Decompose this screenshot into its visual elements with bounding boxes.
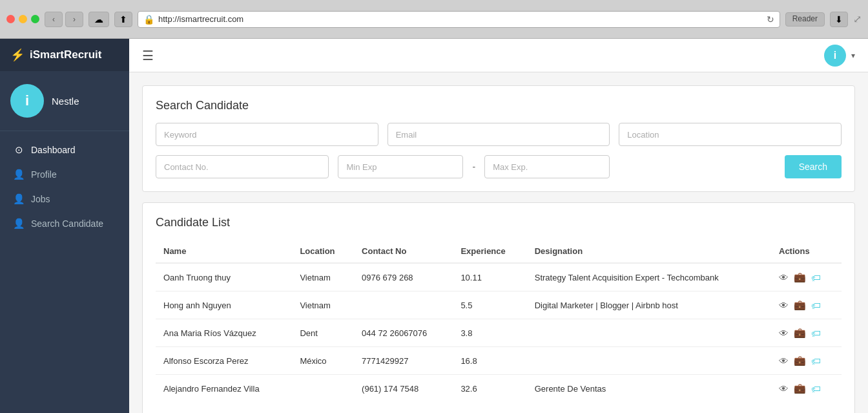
briefcase-icon[interactable]: 💼 <box>794 299 806 311</box>
cell-location: Vietnam <box>292 263 354 291</box>
location-input[interactable] <box>619 123 842 146</box>
close-button[interactable] <box>6 15 15 23</box>
candidate-table: Name Location Contact No Experience Desi… <box>156 240 842 402</box>
hamburger-icon[interactable]: ☰ <box>142 48 154 63</box>
cell-designation <box>527 347 771 375</box>
cell-experience: 32.6 <box>453 375 526 403</box>
maximize-button[interactable] <box>31 15 39 23</box>
cell-contact: (961) 174 7548 <box>354 375 453 403</box>
cell-actions: 👁 💼 🏷 <box>771 291 842 319</box>
cell-name: Hong anh Nguyen <box>156 291 292 319</box>
search-form: - Search <box>156 123 842 178</box>
sidebar-item-label: Search Candidate <box>31 218 103 229</box>
top-avatar: i <box>824 45 846 67</box>
app-logo-icon: ⚡ <box>10 48 25 62</box>
minimize-button[interactable] <box>19 15 27 23</box>
table-row: Oanh Truong thuy Vietnam 0976 679 268 10… <box>156 263 842 291</box>
cell-contact: 0976 679 268 <box>354 263 453 291</box>
cell-location: México <box>292 347 354 375</box>
sidebar-header: ⚡ iSmartRecruit <box>0 39 129 71</box>
action-icons: 👁 💼 🏷 <box>779 327 834 339</box>
briefcase-icon[interactable]: 💼 <box>794 383 806 394</box>
refresh-button[interactable]: ↻ <box>767 14 774 25</box>
search-row-2: - Search <box>156 155 842 178</box>
cell-actions: 👁 💼 🏷 <box>771 347 842 375</box>
sidebar-item-profile[interactable]: 👤 Profile <box>0 162 129 187</box>
exp-separator: - <box>472 162 475 172</box>
forward-button[interactable]: › <box>65 12 83 27</box>
candidate-list-section: Candidate List Name Location Contact No … <box>142 202 855 413</box>
chevron-down-icon[interactable]: ▾ <box>851 51 855 60</box>
url-bar[interactable]: 🔒 http://ismartrecruit.com ↻ <box>138 11 780 28</box>
sidebar-item-dashboard[interactable]: ⊙ Dashboard <box>0 138 129 162</box>
tag-icon[interactable]: 🏷 <box>811 355 821 366</box>
sidebar-item-label: Dashboard <box>31 145 76 155</box>
action-icons: 👁 💼 🏷 <box>779 383 834 394</box>
briefcase-icon[interactable]: 💼 <box>794 271 806 283</box>
content-area: Search Candidate - Search <box>129 72 868 413</box>
candidate-list-title: Candidate List <box>156 216 842 229</box>
tag-icon[interactable]: 🏷 <box>811 383 821 394</box>
sidebar-item-search-candidate[interactable]: 👤 Search Candidate <box>0 211 129 236</box>
action-icons: 👁 💼 🏷 <box>779 299 834 311</box>
share-button[interactable]: ⬆ <box>114 12 132 27</box>
contact-input[interactable] <box>156 155 329 178</box>
jobs-icon: 👤 <box>13 193 25 205</box>
cell-experience: 16.8 <box>453 347 526 375</box>
col-contact: Contact No <box>354 240 453 263</box>
main-content: ☰ i ▾ Search Candidate <box>129 39 868 413</box>
max-exp-input[interactable] <box>484 155 610 178</box>
cell-designation <box>527 319 771 347</box>
cell-location: Vietnam <box>292 291 354 319</box>
view-icon[interactable]: 👁 <box>779 300 789 311</box>
table-row: Hong anh Nguyen Vietnam 5.5 Digital Mark… <box>156 291 842 319</box>
view-icon[interactable]: 👁 <box>779 355 789 366</box>
cell-experience: 3.8 <box>453 319 526 347</box>
resize-icon: ⤢ <box>853 13 862 25</box>
app-layout: ⚡ iSmartRecruit i Nestle ⊙ Dashboard 👤 P… <box>0 39 868 413</box>
col-designation: Designation <box>527 240 771 263</box>
reader-button[interactable]: Reader <box>785 12 825 26</box>
search-button[interactable]: Search <box>785 155 842 178</box>
keyword-input[interactable] <box>156 123 378 146</box>
sidebar-item-jobs[interactable]: 👤 Jobs <box>0 187 129 211</box>
view-icon[interactable]: 👁 <box>779 383 789 394</box>
sidebar-item-label: Jobs <box>31 194 50 204</box>
cell-name: Ana Maria Ríos Vázquez <box>156 319 292 347</box>
cloud-button[interactable]: ☁ <box>88 12 109 27</box>
table-row: Alfonso Escorza Perez México 7771429927 … <box>156 347 842 375</box>
sidebar: ⚡ iSmartRecruit i Nestle ⊙ Dashboard 👤 P… <box>0 39 129 413</box>
download-button[interactable]: ⬇ <box>830 12 848 27</box>
cell-name: Oanh Truong thuy <box>156 263 292 291</box>
tag-icon[interactable]: 🏷 <box>811 300 821 311</box>
dashboard-icon: ⊙ <box>13 144 25 156</box>
table-row: Ana Maria Ríos Vázquez Dent 044 72 26067… <box>156 319 842 347</box>
cell-designation: Gerente De Ventas <box>527 375 771 403</box>
action-icons: 👁 💼 🏷 <box>779 271 834 283</box>
view-icon[interactable]: 👁 <box>779 328 789 339</box>
tag-icon[interactable]: 🏷 <box>811 272 821 283</box>
cell-contact: 7771429927 <box>354 347 453 375</box>
sidebar-username: Nestle <box>52 96 79 107</box>
top-bar-right: i ▾ <box>824 45 855 67</box>
briefcase-icon[interactable]: 💼 <box>794 327 806 339</box>
cell-name: Alfonso Escorza Perez <box>156 347 292 375</box>
sidebar-profile: i Nestle <box>0 71 129 131</box>
cell-location: Dent <box>292 319 354 347</box>
sidebar-item-label: Profile <box>31 169 57 180</box>
back-button[interactable]: ‹ <box>45 12 63 27</box>
cell-experience: 10.11 <box>453 263 526 291</box>
action-icons: 👁 💼 🏷 <box>779 355 834 366</box>
cell-actions: 👁 💼 🏷 <box>771 375 842 403</box>
search-candidate-icon: 👤 <box>13 218 25 229</box>
search-row-1 <box>156 123 842 146</box>
min-exp-input[interactable] <box>338 155 463 178</box>
cell-actions: 👁 💼 🏷 <box>771 319 842 347</box>
col-actions: Actions <box>771 240 842 263</box>
cell-designation: Digital Marketer | Blogger | Airbnb host <box>527 291 771 319</box>
col-experience: Experience <box>453 240 526 263</box>
tag-icon[interactable]: 🏷 <box>811 328 821 339</box>
email-input[interactable] <box>388 123 610 146</box>
view-icon[interactable]: 👁 <box>779 272 789 283</box>
briefcase-icon[interactable]: 💼 <box>794 355 806 366</box>
